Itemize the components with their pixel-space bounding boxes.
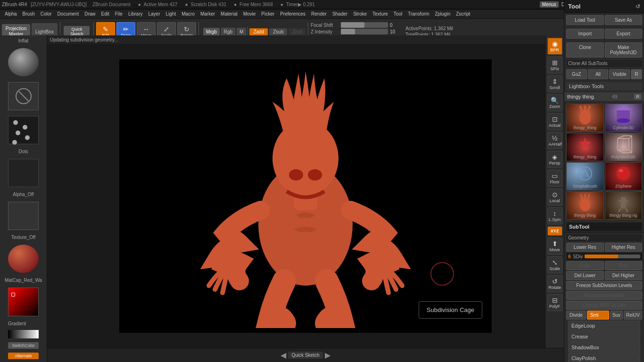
claypolish-button[interactable]: ClayPolish xyxy=(568,353,640,362)
alpha-texture-preview[interactable] xyxy=(8,159,39,187)
zoom-button[interactable]: 🔍 Zoom xyxy=(547,94,562,111)
m-button[interactable]: M xyxy=(237,28,246,36)
brush-preview-sphere[interactable] xyxy=(8,48,39,76)
crease-button[interactable]: Crease xyxy=(568,331,640,342)
export-button[interactable]: Export xyxy=(605,29,643,39)
scale-vtool-button[interactable]: ⤡ Scale xyxy=(547,256,562,273)
persp-button[interactable]: ◈ Persp xyxy=(547,151,562,168)
spix-button[interactable]: ⊞ SPix xyxy=(547,57,562,74)
shadowbox-button[interactable]: ShadowBox xyxy=(568,342,640,353)
menu-movie[interactable]: Movie xyxy=(240,10,259,17)
matcap-preview[interactable] xyxy=(8,245,39,273)
del-lower-button[interactable]: Del Lower xyxy=(566,271,604,280)
menu-tool[interactable]: Tool xyxy=(391,10,405,17)
edgeloop-button[interactable]: EdgeLoop xyxy=(568,321,640,331)
reuv-button[interactable]: ReiUV xyxy=(624,311,642,320)
menu-stroke[interactable]: Stroke xyxy=(350,10,370,17)
bottom-arrow-left[interactable]: ◀ xyxy=(281,351,286,360)
import-button[interactable]: Import xyxy=(566,29,604,39)
menu-alpha[interactable]: Alpha xyxy=(2,10,20,17)
clone-button[interactable]: Clone xyxy=(566,42,604,58)
menu-library[interactable]: Library xyxy=(125,10,146,17)
cage-button[interactable]: Cage xyxy=(566,261,604,270)
gradient-preview[interactable] xyxy=(8,330,39,338)
suv-button[interactable]: Suv xyxy=(610,311,623,320)
higher-res-button[interactable]: Higher Res xyxy=(605,243,643,252)
menu-material[interactable]: Material xyxy=(218,10,240,17)
rstr-button[interactable]: Rstr xyxy=(605,261,643,270)
divide-button[interactable]: Divide xyxy=(566,311,586,320)
z-intensity-slider[interactable] xyxy=(341,29,388,34)
thumb-thingy-thing[interactable]: thingy_thing xyxy=(566,133,604,161)
zsub-button[interactable]: Zsub xyxy=(269,28,287,35)
thumb-simplebrush[interactable]: SimpleBrush xyxy=(566,162,604,190)
bottom-arrow-right[interactable]: ▶ xyxy=(325,351,330,360)
move-vtool-button[interactable]: ⬆ Move xyxy=(547,238,562,255)
thumb-thingyrig[interactable]: thingy thing rig xyxy=(605,191,643,220)
menu-zscript[interactable]: Zscript xyxy=(453,10,473,17)
canvas-content[interactable]: Subdivision Cage xyxy=(47,44,564,348)
bpr-button[interactable]: ◉ BPR xyxy=(547,38,562,55)
menu-edit[interactable]: Edit xyxy=(99,10,112,17)
local-button[interactable]: ⊙ Local xyxy=(547,189,562,206)
thumb-thingy2[interactable]: thingy thing xyxy=(566,191,604,220)
canvas-area[interactable]: Updating subdivision geometry... □ xyxy=(47,35,564,348)
lsym-button[interactable]: ↕ L.Sym xyxy=(547,207,562,224)
subdivision-cage-popup[interactable]: Subdivision Cage xyxy=(419,301,482,319)
dots-preview[interactable] xyxy=(8,116,39,144)
menu-marker[interactable]: Marker xyxy=(198,10,218,17)
zcut-button[interactable]: Zcut xyxy=(289,28,305,35)
menu-file[interactable]: File xyxy=(112,10,125,17)
xyz-button[interactable]: XYZ xyxy=(547,226,562,236)
freeze-subdiv-button[interactable]: Freeze SubDivision Levels xyxy=(566,281,642,290)
reconstruct-subdiv-button[interactable]: Reconstruct Subdiv xyxy=(566,291,642,300)
menus-button[interactable]: Menus xyxy=(540,1,559,8)
all-button[interactable]: All xyxy=(588,69,609,79)
menu-texture[interactable]: Texture xyxy=(370,10,391,17)
scroll-button[interactable]: ⇕ Scroll xyxy=(547,75,562,92)
menu-transform[interactable]: Transform xyxy=(405,10,432,17)
menu-shader[interactable]: Shader xyxy=(330,10,350,17)
menu-document[interactable]: Document xyxy=(55,10,82,17)
menu-brush[interactable]: Brush xyxy=(20,10,38,17)
actual-button[interactable]: ⊡ Actual xyxy=(547,113,562,130)
thingy-r-button[interactable]: R xyxy=(634,94,641,99)
thumb-polymesh3d[interactable]: PolyMesh3D xyxy=(605,133,643,161)
sdiv-slider[interactable] xyxy=(585,255,640,258)
visible-button[interactable]: Visible xyxy=(609,69,630,79)
load-tool-button[interactable]: Load Tool xyxy=(566,15,604,25)
thumb-zsphere[interactable]: ZSphere xyxy=(605,162,643,190)
color-picker[interactable] xyxy=(8,288,39,316)
rgb-button[interactable]: Rgb xyxy=(221,28,235,36)
alpha-preview[interactable] xyxy=(8,82,39,110)
convert-bpr-button[interactable]: Convert BPR To Geo xyxy=(566,301,642,310)
lower-res-button[interactable]: Lower Res xyxy=(566,243,604,252)
smt-button[interactable]: Smt xyxy=(587,311,609,320)
thumb-creature[interactable]: thingy_thing xyxy=(566,104,604,132)
zadd-button[interactable]: Zadd xyxy=(249,28,268,35)
polyf-button[interactable]: ⊟ PolyF xyxy=(547,294,562,311)
menu-picker[interactable]: Picker xyxy=(258,10,277,17)
save-as-button[interactable]: Save As xyxy=(605,15,643,25)
aahalf-button[interactable]: ½ AAHalf xyxy=(547,132,562,149)
mrgb-button[interactable]: Mrgb xyxy=(203,28,220,36)
floor-button[interactable]: ▭ Floor xyxy=(547,170,562,187)
alternate-button[interactable]: Alternate xyxy=(8,353,39,359)
menu-macro[interactable]: Macro xyxy=(179,10,198,17)
menu-render[interactable]: Render xyxy=(308,10,330,17)
tool-panel-refresh-icon[interactable]: ↺ xyxy=(636,3,640,10)
thumb-cylinder3d[interactable]: Cylinder3D xyxy=(605,104,643,132)
model-viewport[interactable]: Subdivision Cage xyxy=(119,59,492,333)
texture-preview[interactable] xyxy=(8,202,39,230)
lightbox-tools-label[interactable]: Lightbox› Tools xyxy=(566,82,642,90)
quick-sketch-bottom-label[interactable]: Quick Sketch xyxy=(288,352,323,359)
r-button[interactable]: R xyxy=(631,69,642,79)
menu-zplugin[interactable]: Zplugin xyxy=(432,10,453,17)
focal-shift-slider[interactable] xyxy=(341,22,388,28)
menu-draw[interactable]: Draw xyxy=(82,10,98,17)
switch-color-button[interactable]: SwitchColor xyxy=(8,342,39,349)
clone-all-subtools-button[interactable]: Clone All SubTools xyxy=(566,60,642,67)
menu-light[interactable]: Light xyxy=(163,10,179,17)
goz-button[interactable]: GoZ xyxy=(566,69,587,79)
menu-preferences[interactable]: Preferences xyxy=(277,10,308,17)
